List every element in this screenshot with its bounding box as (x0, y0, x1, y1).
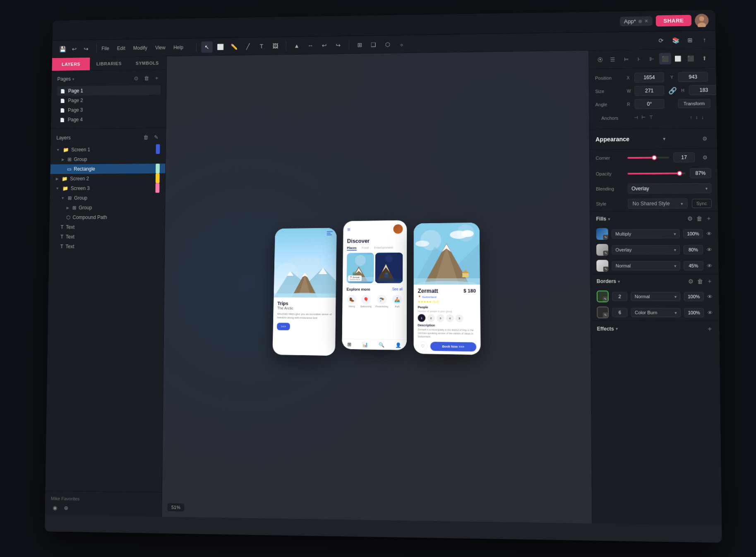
align-middle[interactable]: ↕ (711, 52, 722, 64)
layer-text3[interactable]: T Text (49, 241, 165, 251)
num-1[interactable]: 1 (418, 314, 425, 322)
border-num-2[interactable] (612, 308, 627, 317)
rect-tool[interactable]: ⬜ (215, 41, 226, 53)
tab-libraries[interactable]: LIBRARIES (90, 57, 128, 70)
appearance-chevron[interactable]: ▾ (663, 136, 665, 142)
anchor-type-3[interactable]: ↓ (701, 113, 705, 120)
border-edit-2[interactable]: ✎ (603, 312, 608, 317)
select-tool[interactable]: ↖ (201, 41, 212, 53)
border-edit-1[interactable]: ✎ (602, 297, 607, 301)
triangle-tool[interactable]: ▲ (291, 40, 302, 51)
nav-search[interactable]: 🔍 (379, 342, 384, 347)
align-left[interactable]: ⬛ (659, 53, 671, 64)
anchor-type-2[interactable]: ↕ (695, 114, 699, 121)
user-ctrl-2[interactable]: ⊕ (62, 504, 70, 512)
fill-edit-3[interactable]: ✎ (603, 267, 608, 272)
nav-home[interactable]: ⊞ (347, 341, 351, 347)
menu-file[interactable]: File (101, 46, 109, 51)
align-rows[interactable]: ☰ (607, 53, 619, 65)
image-tool[interactable]: 🖼 (269, 40, 281, 52)
borders-add-btn[interactable]: ＋ (706, 277, 713, 285)
user-ctrl-1[interactable]: ◉ (50, 504, 59, 512)
mask-tool[interactable]: ⬡ (382, 39, 394, 50)
menu-edit[interactable]: Edit (117, 45, 125, 51)
anchor-type-1[interactable]: ↑ (689, 114, 693, 121)
fill-pct-1[interactable] (683, 229, 703, 238)
align-right[interactable]: ⬛ (684, 53, 696, 64)
layer-group1[interactable]: ▶ ⊞ Group (50, 154, 166, 164)
border-num-1[interactable] (612, 292, 627, 301)
align-top[interactable]: ⬆ (698, 52, 710, 64)
fill-mode-1[interactable]: Multiply ▾ (612, 229, 680, 239)
layer-rectangle[interactable]: ▭ Rectangle (50, 164, 166, 174)
menu-view[interactable]: View (155, 45, 166, 51)
fills-settings-btn[interactable]: ⚙ (687, 215, 693, 222)
corner-settings[interactable]: ⚙ (699, 152, 711, 163)
nav-profile[interactable]: 👤 (395, 342, 401, 348)
size-h-input[interactable] (689, 85, 719, 95)
canvas[interactable]: Trips The Arctic Mountain hikes give you… (162, 51, 592, 523)
scale-tool[interactable]: ⊞ (354, 39, 366, 51)
sync-btn[interactable]: Sync (691, 199, 711, 208)
fill-mode-2[interactable]: Overlay ▾ (612, 245, 680, 255)
anchor-right[interactable]: ⊤ (648, 114, 655, 121)
borders-chevron[interactable]: ▾ (618, 279, 620, 284)
fill-swatch-2[interactable]: ✎ (596, 244, 608, 256)
fills-delete-btn[interactable]: 🗑 (696, 215, 703, 222)
fill-swatch-3[interactable]: ✎ (596, 260, 608, 272)
num-3[interactable]: 3 (437, 314, 444, 322)
menu-help[interactable]: Help (173, 44, 183, 50)
fill-eye-3[interactable]: 👁 (707, 263, 713, 269)
size-w-input[interactable] (634, 86, 664, 96)
page-item-1[interactable]: 📄 Page 1 (57, 85, 161, 96)
angle-r-input[interactable] (634, 99, 664, 109)
tab-symbols[interactable]: SYMBOLS (128, 56, 166, 70)
fill-pct-2[interactable] (683, 245, 703, 254)
grid-btn[interactable]: ⊞ (684, 34, 696, 46)
tab-places[interactable]: Places (347, 246, 357, 250)
fill-mode-3[interactable]: Normal ▾ (612, 261, 680, 270)
fill-swatch-1[interactable]: ✎ (596, 228, 608, 240)
tab-food[interactable]: Food (362, 246, 369, 249)
opacity-value-input[interactable] (690, 168, 711, 178)
opacity-slider[interactable] (628, 172, 686, 174)
transform-btn[interactable]: Transform (678, 99, 710, 109)
components-right[interactable]: ⟳ (655, 34, 667, 46)
tab-layers[interactable]: LAYERS (52, 58, 90, 71)
flip-h-tool[interactable]: ↔ (305, 40, 317, 51)
border-eye-2[interactable]: 👁 (707, 309, 713, 316)
text-tool[interactable]: T (256, 40, 267, 52)
corner-thumb[interactable] (652, 155, 657, 160)
layer-text2[interactable]: T Text (49, 232, 165, 242)
num-5[interactable]: 5 (456, 314, 463, 322)
page-delete[interactable]: 🗑 (142, 74, 150, 82)
effects-chevron[interactable]: ▾ (616, 326, 618, 331)
line-tool[interactable]: ╱ (242, 41, 253, 52)
borders-delete-btn[interactable]: 🗑 (697, 277, 703, 285)
border-swatch-2[interactable]: ✎ (597, 306, 609, 318)
layer-text1[interactable]: T Text (49, 222, 165, 232)
share-button[interactable]: SHARE (656, 15, 691, 27)
page-item-3[interactable]: 📄 Page 3 (57, 104, 160, 115)
layer-group3[interactable]: ▶ ⊞ Group (50, 203, 165, 213)
phone1-btn[interactable]: >>> (277, 323, 290, 330)
pen-tool[interactable]: ✏️ (228, 41, 240, 52)
save-btn[interactable]: 💾 (57, 43, 68, 55)
layer-add[interactable]: ✎ (152, 133, 160, 141)
border-mode-2[interactable]: Color Burn ▾ (631, 308, 681, 317)
border-pct-2[interactable] (684, 308, 704, 318)
see-all[interactable]: See all (392, 287, 403, 292)
border-pct-1[interactable] (684, 292, 704, 301)
link-icon[interactable]: 🔗 (668, 87, 677, 94)
undo-btn[interactable]: ↩ (69, 43, 80, 54)
effects-add-btn[interactable]: ＋ (706, 325, 713, 334)
appearance-settings[interactable]: ⚙ (699, 133, 711, 144)
fill-eye-2[interactable]: 👁 (707, 246, 713, 253)
page-add[interactable]: + (153, 74, 161, 82)
fill-edit-1[interactable]: ✎ (603, 235, 608, 240)
page-search[interactable]: ⊙ (132, 74, 140, 82)
app-tab[interactable]: App* ✕ (620, 16, 653, 26)
layer-group2[interactable]: ▼ ⊞ Group (50, 193, 165, 203)
corner-slider[interactable] (627, 157, 669, 159)
fill-pct-3[interactable] (684, 261, 703, 270)
